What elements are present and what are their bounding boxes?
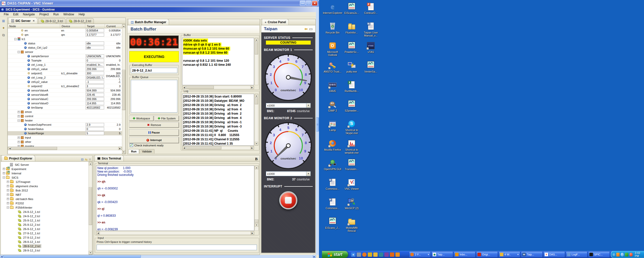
- desktop-icon-putty-exe[interactable]: ⚡putty.exe: [342, 61, 362, 73]
- resource-perspective-icon[interactable]: ✦: [1, 25, 7, 31]
- table-row[interactable]: +emon: [8, 110, 126, 114]
- target-cell[interactable]: 0.005854: [85, 28, 105, 33]
- target-cell[interactable]: [85, 110, 105, 114]
- desktop-icon-internet-explorer[interactable]: eInternet Explorer: [323, 3, 343, 14]
- tree-item-27-9-12-1-tcl[interactable]: 27-9-12_1.tcl: [1, 231, 89, 235]
- file-system-button[interactable]: ✚File System: [154, 116, 179, 121]
- target-cell[interactable]: 2.9: [85, 123, 105, 127]
- close-icon[interactable]: ✕: [33, 19, 35, 22]
- expand-icon[interactable]: +: [7, 185, 9, 187]
- tree-item-sics[interactable]: −SICS: [1, 175, 89, 180]
- table-row[interactable]: ⚙setpoint2tc1_driveable233: [8, 84, 126, 88]
- tree-item-sic-server[interactable]: SIC Server: [1, 163, 89, 167]
- menu-edit[interactable]: Edit: [11, 12, 21, 17]
- back-arrow-icon[interactable]: ⬅: [304, 27, 308, 31]
- expand-icon[interactable]: +: [18, 111, 20, 113]
- target-value[interactable]: 300: [86, 72, 104, 75]
- expand-icon[interactable]: +: [7, 189, 9, 191]
- vnc-hscrollbar[interactable]: ◀ ▶: [0, 255, 316, 258]
- open-perspective-icon[interactable]: ⊞: [1, 18, 7, 24]
- target-cell[interactable]: 0: [85, 58, 105, 62]
- vnc-vscrollbar[interactable]: ☰: [316, 7, 319, 255]
- tree-item-25-9-12-2-tcl[interactable]: 25-9-12_2.tcl: [1, 222, 89, 227]
- log-hscrollbar[interactable]: ◀ ▶: [182, 146, 254, 150]
- target-cell[interactable]: idle: [85, 41, 105, 45]
- menu-run[interactable]: Run: [51, 12, 61, 17]
- table-row[interactable]: ctrlLp2_value-1-1: [8, 80, 126, 84]
- tree-item-28-9-12-1-tcl[interactable]: 28-9-12_1.tcl: [1, 240, 89, 244]
- scroll-right-icon[interactable]: ▶: [313, 255, 316, 258]
- target-value[interactable]: 2.9: [86, 123, 104, 126]
- target-cell[interactable]: 0: [85, 127, 105, 131]
- taskbar-window-2[interactable]: ▦Taip...: [431, 251, 453, 257]
- quick-launch-app1-icon[interactable]: [379, 252, 383, 257]
- table-row[interactable]: heaterOutpPercent2.92.9: [8, 123, 126, 127]
- start-button[interactable]: start: [322, 251, 348, 258]
- desktop-icon-s2powder-[interactable]: S2powder...: [342, 100, 362, 112]
- desktop-icon-eiscans-j-[interactable]: EiScans_J...: [323, 217, 343, 229]
- table-row[interactable]: ctrlLp1_value299.996299.996: [8, 67, 126, 71]
- menu-project[interactable]: Project: [37, 12, 51, 17]
- tab-run[interactable]: Run: [128, 149, 139, 153]
- target-value[interactable]: 3: [86, 84, 104, 88]
- column-header-node[interactable]: Node: [8, 24, 60, 28]
- bm2-scale-select[interactable]: x1000▼: [266, 171, 311, 176]
- desktop-icon-lamp[interactable]: ↗Lamp: [323, 120, 343, 132]
- target-cell[interactable]: [85, 114, 105, 118]
- collapse-icon[interactable]: −: [18, 119, 20, 122]
- expand-icon[interactable]: +: [7, 194, 9, 196]
- expand-icon[interactable]: +: [3, 168, 5, 170]
- tree-item-28-9-12-3-tcl[interactable]: 28-9-12_3.tcl: [1, 248, 89, 252]
- target-cell[interactable]: [85, 140, 105, 144]
- desktop-icon-shortcut-to-winplotr-exe[interactable]: PLOTR↗Shortcut to winplotr.exe: [342, 139, 362, 154]
- log-content[interactable]: [2012-09-28 15:10:36] Scan start: 0.8000…: [182, 94, 254, 146]
- desktop-icon-commissi-[interactable]: WCommissi...: [323, 178, 343, 190]
- target-value[interactable]: 0: [86, 59, 104, 62]
- desktop-icon-dave[interactable]: DAVE↗DAVE: [323, 81, 343, 92]
- desktop-icon-translatin-[interactable]: Translatin...: [342, 159, 362, 171]
- check-instrument-ready-checkbox[interactable]: ✓: [130, 144, 133, 147]
- tree-item-alignment-checks[interactable]: +alignment checks: [1, 184, 89, 188]
- target-cell[interactable]: idle: [85, 46, 105, 50]
- interrupt-button[interactable]: Interrupt: [129, 137, 179, 143]
- target-cell[interactable]: [85, 118, 105, 122]
- table-row[interactable]: +control: [8, 114, 126, 118]
- tree-vscrollbar[interactable]: ▲ ▼: [122, 24, 126, 154]
- tree-item-nbt[interactable]: +NBT: [1, 192, 89, 197]
- tree-item-p2564venter[interactable]: −P2564Venter: [1, 205, 89, 210]
- command-input[interactable]: [97, 245, 257, 250]
- table-row[interactable]: Tsample00: [8, 58, 126, 63]
- target-value[interactable]: 504.999: [86, 89, 104, 92]
- remove-button[interactable]: ✖Remove: [129, 122, 179, 127]
- tree-item-24-9-12-2-tcl[interactable]: 24-9-12_2.tcl: [1, 214, 89, 218]
- table-row[interactable]: +other: [8, 140, 126, 144]
- desktop-icon-runnumb-[interactable]: XRunNumb...: [342, 81, 362, 92]
- quick-launch-firefox-icon[interactable]: [362, 252, 367, 257]
- vnc-minimize-button[interactable]: —: [300, 1, 305, 6]
- collapse-icon[interactable]: −: [7, 206, 9, 209]
- target-value[interactable]: 402118582: [86, 106, 104, 109]
- expand-icon[interactable]: +: [18, 141, 20, 143]
- target-cell[interactable]: 299.996: [85, 97, 105, 101]
- quick-launch-desktop-icon[interactable]: [357, 252, 361, 257]
- tab-28-9-12-2-tcl[interactable]: 28-9-12_2.tcl: [66, 18, 94, 24]
- tray-icon-4[interactable]: [629, 253, 633, 256]
- target-cell[interactable]: 114.955: [85, 101, 105, 105]
- tab-sics-terminal[interactable]: Sics Terminal: [95, 155, 124, 161]
- target-value[interactable]: 299.996: [86, 67, 104, 71]
- target-cell[interactable]: 228.45: [85, 93, 105, 97]
- table-row[interactable]: ⚙qmqm3.173773.17377: [8, 33, 126, 37]
- menu-help[interactable]: Help: [76, 12, 87, 17]
- quick-launch-mail-icon[interactable]: [368, 252, 372, 257]
- desktop-icon-openvpn-gui[interactable]: ↗OpenVPN GUI: [323, 159, 343, 171]
- interrupt-stop-button[interactable]: [279, 191, 297, 209]
- table-row[interactable]: sensorValueD114.955114.955: [8, 101, 126, 106]
- workspace-button[interactable]: ✚Workspace: [129, 116, 153, 121]
- tree-item-26-9-12-1-tcl[interactable]: 26-9-12_1.tcl: [1, 227, 89, 231]
- quick-launch-folder-icon[interactable]: [373, 252, 378, 257]
- collapse-icon[interactable]: −: [3, 176, 5, 179]
- table-row[interactable]: heaterRange55: [8, 131, 126, 136]
- desktop-icon-ventersa-[interactable]: VenterSa...: [361, 61, 381, 73]
- target-value[interactable]: 228.45: [86, 93, 104, 96]
- buffer-content[interactable]: #300K data sets#drive qh 0 qk 0 ql 1 en …: [182, 38, 254, 85]
